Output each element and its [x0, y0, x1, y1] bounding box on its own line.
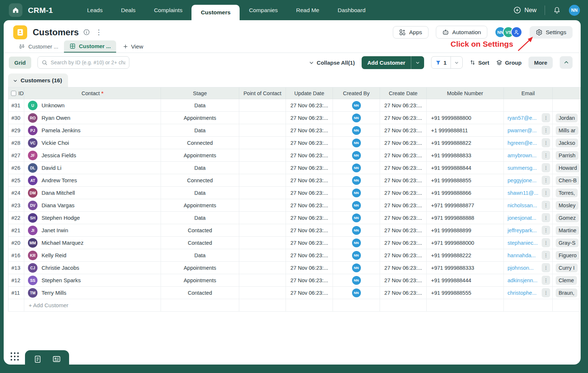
app-launcher-icon[interactable]	[10, 352, 19, 361]
company-chip[interactable]: Cleme	[556, 276, 577, 285]
nav-item-read-me[interactable]: Read Me	[287, 0, 329, 20]
stage-cell[interactable]: Contacted	[161, 224, 239, 236]
stage-cell[interactable]: Connected	[161, 174, 239, 186]
stage-cell[interactable]: Connected	[161, 137, 239, 149]
nav-item-companies[interactable]: Companies	[240, 0, 287, 20]
contact-cell[interactable]: RO Ryan Owen	[24, 112, 161, 124]
email-kebab-icon[interactable]: ⋮	[542, 276, 550, 285]
email-link[interactable]: shawn11@...	[508, 190, 538, 196]
email-kebab-icon[interactable]: ⋮	[542, 113, 550, 122]
contact-cell[interactable]: AT Andrew Torres	[24, 174, 161, 186]
table-row[interactable]: #29 PJ Pamela Jenkins Data 27 Nov 06:23:…	[8, 124, 581, 137]
point-of-contact-cell[interactable]	[239, 187, 286, 199]
add-customer-dropdown[interactable]	[411, 56, 424, 69]
table-row[interactable]: #24 DM Dana Mitchell Data 27 Nov 06:23:.…	[8, 187, 581, 199]
company-chip[interactable]: Mosley	[556, 201, 578, 210]
company-chip[interactable]: Gray-S	[556, 238, 578, 247]
nav-item-complaints[interactable]: Complaints	[145, 0, 192, 20]
column-header-stage[interactable]: Stage	[161, 87, 239, 99]
table-row[interactable]: #26 DL David Li Data 27 Nov 06:23:... NN…	[8, 162, 581, 174]
company-chip[interactable]: Martine	[556, 226, 579, 235]
contact-cell[interactable]: SH Stephen Hodge	[24, 212, 161, 224]
contact-cell[interactable]: U Unknown	[24, 99, 161, 111]
collapse-all-button[interactable]: Collapse All(1)	[309, 60, 355, 66]
stage-cell[interactable]: Appointments	[161, 262, 239, 274]
email-kebab-icon[interactable]: ⋮	[542, 126, 550, 135]
stage-cell[interactable]: Data	[161, 99, 239, 111]
add-customer-inline-label[interactable]: + Add Customer	[24, 302, 68, 308]
contact-cell[interactable]: DV Diana Vargas	[24, 199, 161, 211]
add-view-button[interactable]: View	[116, 40, 150, 53]
module-kebab-icon[interactable]: ⋮	[95, 28, 103, 36]
stage-cell[interactable]: Appointments	[161, 199, 239, 211]
table-row[interactable]: #11 TM Terry Mills Contacted 27 Nov 06:2…	[8, 287, 581, 299]
contact-cell[interactable]: SS Stephen Sparks	[24, 274, 161, 286]
column-header-point-of-contact[interactable]: Point of Contact	[239, 87, 286, 99]
column-header-created-by[interactable]: Created By	[333, 87, 380, 99]
column-header-mobile-number[interactable]: Mobile Number	[427, 87, 504, 99]
email-kebab-icon[interactable]: ⋮	[542, 201, 550, 210]
stage-cell[interactable]: Data	[161, 187, 239, 199]
more-button[interactable]: More	[528, 57, 553, 69]
table-row[interactable]: #23 DV Diana Vargas Appointments 27 Nov …	[8, 199, 581, 212]
email-kebab-icon[interactable]: ⋮	[542, 138, 550, 147]
search-box[interactable]	[37, 56, 129, 69]
user-avatar[interactable]: NN	[569, 5, 580, 16]
table-row[interactable]: #28 VC Vickie Choi Connected 27 Nov 06:2…	[8, 137, 581, 149]
table-row[interactable]: #21 JI Janet Irwin Contacted 27 Nov 06:2…	[8, 224, 581, 237]
stage-cell[interactable]: Data	[161, 124, 239, 136]
company-chip[interactable]: Jackso	[556, 139, 578, 147]
stage-cell[interactable]: Contacted	[161, 287, 239, 299]
table-row[interactable]: #25 AT Andrew Torres Connected 27 Nov 06…	[8, 174, 581, 187]
collapse-panel-button[interactable]	[560, 56, 573, 69]
point-of-contact-cell[interactable]	[239, 212, 286, 224]
nav-item-leads[interactable]: Leads	[78, 0, 112, 20]
table-row[interactable]: #30 RO Ryan Owen Appointments 27 Nov 06:…	[8, 112, 581, 124]
add-customer-button[interactable]: Add Customer	[362, 56, 410, 69]
stage-cell[interactable]: Data	[161, 162, 239, 174]
contact-cell[interactable]: PJ Pamela Jenkins	[24, 124, 161, 136]
add-customer-row[interactable]: + Add Customer	[8, 299, 581, 312]
contact-cell[interactable]: JI Janet Irwin	[24, 224, 161, 236]
filter-button[interactable]: 1	[431, 57, 451, 68]
email-link[interactable]: peggyjone...	[508, 177, 537, 183]
select-all-checkbox[interactable]	[11, 91, 16, 96]
contact-cell[interactable]: VC Vickie Choi	[24, 137, 161, 149]
company-chip[interactable]: Torres,	[556, 189, 578, 197]
column-header-create-date[interactable]: Create Date	[380, 87, 427, 99]
column-header-email[interactable]: Email	[504, 87, 553, 99]
apps-button[interactable]: Apps	[393, 26, 428, 39]
email-kebab-icon[interactable]: ⋮	[542, 213, 550, 222]
point-of-contact-cell[interactable]	[239, 274, 286, 286]
contact-cell[interactable]: MM Michael Marquez	[24, 237, 161, 249]
table-row[interactable]: #13 CJ Christie Jacobs Appointments 27 N…	[8, 262, 581, 274]
company-chip[interactable]: Howard	[556, 164, 580, 172]
email-kebab-icon[interactable]: ⋮	[542, 226, 550, 235]
email-link[interactable]: pjohnson...	[508, 265, 534, 271]
info-icon[interactable]	[83, 29, 90, 36]
email-link[interactable]: pwarner@...	[508, 128, 537, 133]
email-kebab-icon[interactable]: ⋮	[542, 263, 550, 272]
sort-button[interactable]: Sort	[470, 60, 489, 66]
point-of-contact-cell[interactable]	[239, 99, 286, 111]
company-chip[interactable]: Jordan	[556, 114, 578, 122]
nav-item-deals[interactable]: Deals	[112, 0, 145, 20]
email-link[interactable]: nicholssan...	[508, 202, 537, 208]
column-header-update-date[interactable]: Update Date	[286, 87, 333, 99]
contact-cell[interactable]: DM Dana Mitchell	[24, 187, 161, 199]
email-kebab-icon[interactable]: ⋮	[542, 188, 550, 197]
stage-cell[interactable]: Data	[161, 212, 239, 224]
table-row[interactable]: #16 KR Kelly Reid Data 27 Nov 06:23:... …	[8, 249, 581, 262]
contact-cell[interactable]: TM Terry Mills	[24, 287, 161, 299]
point-of-contact-cell[interactable]	[239, 124, 286, 136]
point-of-contact-cell[interactable]	[239, 199, 286, 211]
point-of-contact-cell[interactable]	[239, 249, 286, 261]
nav-item-dashboard[interactable]: Dashboard	[329, 0, 375, 20]
column-header-id[interactable]: ID	[8, 87, 24, 99]
contact-cell[interactable]: DL David Li	[24, 162, 161, 174]
point-of-contact-cell[interactable]	[239, 137, 286, 149]
contact-card-icon[interactable]	[51, 354, 62, 365]
filter-dropdown[interactable]	[451, 57, 462, 68]
column-header-contact[interactable]: Contact*	[24, 87, 161, 99]
point-of-contact-cell[interactable]	[239, 224, 286, 236]
